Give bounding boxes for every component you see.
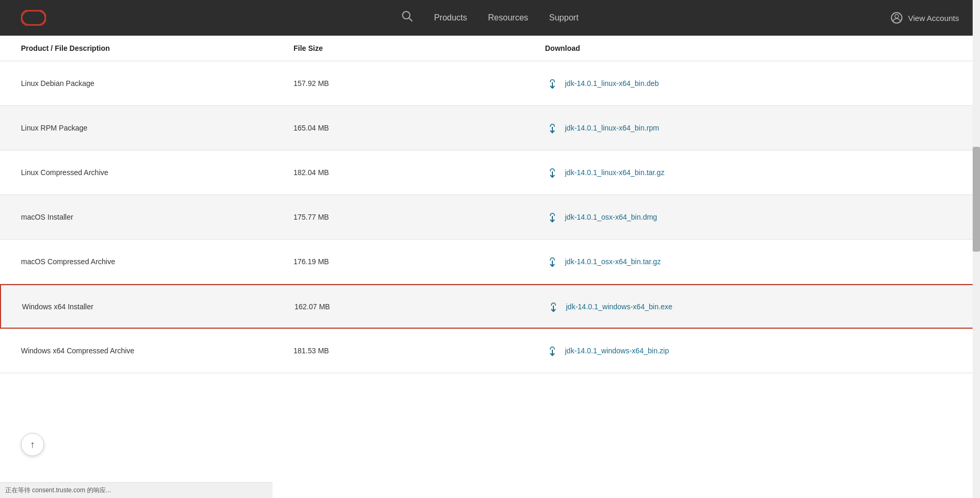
col-header-filesize: File Size <box>293 44 545 52</box>
download-icon <box>545 254 560 269</box>
download-icon <box>545 343 560 358</box>
status-bar: 正在等待 consent.truste.com 的响应... <box>0 482 273 498</box>
oracle-logo-svg <box>21 10 46 26</box>
row-description: Linux RPM Package <box>21 112 293 144</box>
row-description: Windows x64 Installer <box>22 291 295 322</box>
download-link[interactable]: jdk-14.0.1_osx-x64_bin.dmg <box>545 210 959 224</box>
table-row: Linux RPM Package165.04 MBjdk-14.0.1_lin… <box>0 106 980 150</box>
table-header: Product / File Description File Size Dow… <box>0 36 980 61</box>
row-download: jdk-14.0.1_windows-x64_bin.zip <box>545 332 959 370</box>
col-header-download: Download <box>545 44 959 52</box>
download-filename: jdk-14.0.1_linux-x64_bin.deb <box>565 79 659 88</box>
view-accounts-button[interactable]: View Accounts <box>890 12 959 24</box>
nav-support[interactable]: Support <box>549 13 579 23</box>
row-download: jdk-14.0.1_osx-x64_bin.tar.gz <box>545 243 959 280</box>
download-icon <box>545 210 560 224</box>
svg-line-2 <box>409 18 412 21</box>
download-link[interactable]: jdk-14.0.1_linux-x64_bin.deb <box>545 76 959 91</box>
download-link[interactable]: jdk-14.0.1_linux-x64_bin.tar.gz <box>545 165 959 180</box>
col-header-description: Product / File Description <box>21 44 293 52</box>
svg-rect-0 <box>21 10 46 25</box>
row-description: macOS Compressed Archive <box>21 246 293 277</box>
svg-point-4 <box>895 15 898 18</box>
view-accounts-label: View Accounts <box>908 14 959 23</box>
download-icon <box>546 299 561 314</box>
download-filename: jdk-14.0.1_osx-x64_bin.dmg <box>565 213 657 221</box>
row-description: Linux Debian Package <box>21 68 293 99</box>
row-filesize: 162.07 MB <box>295 291 546 322</box>
row-filesize: 181.53 MB <box>293 335 545 366</box>
row-download: jdk-14.0.1_osx-x64_bin.dmg <box>545 198 959 236</box>
download-link[interactable]: jdk-14.0.1_windows-x64_bin.exe <box>546 299 958 314</box>
row-filesize: 176.19 MB <box>293 246 545 277</box>
row-filesize: 157.92 MB <box>293 68 545 99</box>
download-filename: jdk-14.0.1_osx-x64_bin.tar.gz <box>565 257 661 266</box>
nav-products[interactable]: Products <box>434 13 467 23</box>
download-link[interactable]: jdk-14.0.1_windows-x64_bin.zip <box>545 343 959 358</box>
download-filename: jdk-14.0.1_linux-x64_bin.tar.gz <box>565 168 665 177</box>
row-filesize: 182.04 MB <box>293 157 545 188</box>
scrollbar-thumb[interactable] <box>973 147 980 252</box>
table-body: Linux Debian Package157.92 MBjdk-14.0.1_… <box>0 61 980 373</box>
table-row: macOS Installer175.77 MBjdk-14.0.1_osx-x… <box>0 195 980 240</box>
scroll-to-top-button[interactable]: ↑ <box>21 433 44 456</box>
row-download: jdk-14.0.1_linux-x64_bin.rpm <box>545 109 959 147</box>
download-link[interactable]: jdk-14.0.1_linux-x64_bin.rpm <box>545 121 959 135</box>
oracle-logo[interactable] <box>21 10 46 26</box>
nav-resources[interactable]: Resources <box>488 13 528 23</box>
table-row: Windows x64 Installer162.07 MBjdk-14.0.1… <box>0 284 980 329</box>
row-download: jdk-14.0.1_windows-x64_bin.exe <box>546 288 958 326</box>
table-row: Linux Debian Package157.92 MBjdk-14.0.1_… <box>0 61 980 106</box>
table-row: macOS Compressed Archive176.19 MBjdk-14.… <box>0 240 980 284</box>
scrollbar-track[interactable] <box>973 0 980 498</box>
row-download: jdk-14.0.1_linux-x64_bin.deb <box>545 64 959 102</box>
download-filename: jdk-14.0.1_linux-x64_bin.rpm <box>565 124 659 132</box>
search-icon[interactable] <box>401 10 413 25</box>
navbar-center: Products Resources Support <box>401 10 579 25</box>
download-filename: jdk-14.0.1_windows-x64_bin.exe <box>566 302 672 311</box>
navbar: Products Resources Support View Accounts <box>0 0 980 36</box>
table-row: Linux Compressed Archive182.04 MBjdk-14.… <box>0 150 980 195</box>
account-icon <box>890 12 903 24</box>
download-link[interactable]: jdk-14.0.1_osx-x64_bin.tar.gz <box>545 254 959 269</box>
download-filename: jdk-14.0.1_windows-x64_bin.zip <box>565 347 669 355</box>
table-row: Windows x64 Compressed Archive181.53 MBj… <box>0 329 980 373</box>
scroll-top-icon: ↑ <box>30 439 35 450</box>
download-icon <box>545 165 560 180</box>
row-filesize: 175.77 MB <box>293 201 545 233</box>
downloads-table: Product / File Description File Size Dow… <box>0 36 980 373</box>
download-icon <box>545 121 560 135</box>
row-description: macOS Installer <box>21 201 293 233</box>
download-icon <box>545 76 560 91</box>
row-description: Windows x64 Compressed Archive <box>21 335 293 366</box>
status-text: 正在等待 consent.truste.com 的响应... <box>5 486 111 495</box>
row-filesize: 165.04 MB <box>293 112 545 144</box>
row-description: Linux Compressed Archive <box>21 157 293 188</box>
row-download: jdk-14.0.1_linux-x64_bin.tar.gz <box>545 154 959 191</box>
